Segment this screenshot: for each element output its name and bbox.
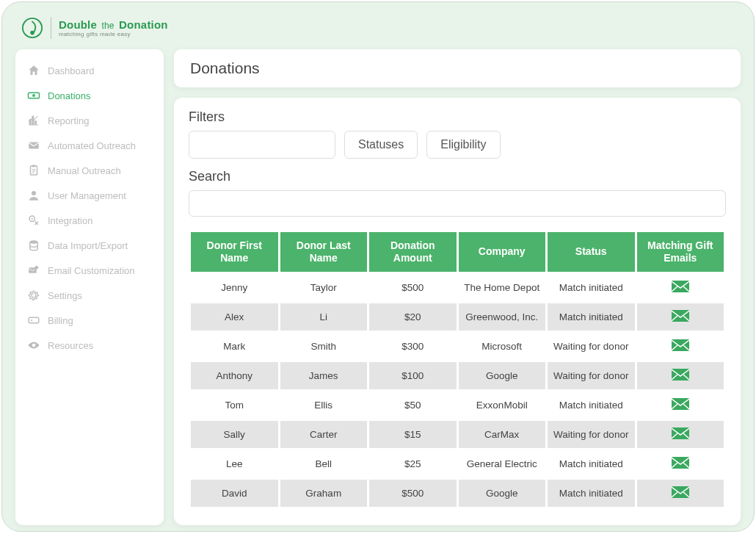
cell-company: Greenwood, Inc.: [459, 303, 546, 331]
envelope-icon: [27, 139, 40, 152]
svg-point-3: [32, 94, 35, 97]
svg-rect-20: [672, 457, 689, 469]
mail-icon[interactable]: [672, 457, 689, 469]
cell-status: Waiting for donor: [548, 362, 635, 389]
search-input[interactable]: [189, 190, 726, 217]
brand-logo-icon: [21, 17, 43, 39]
col-status: Status: [548, 232, 635, 272]
cell-amount: $100: [369, 362, 457, 389]
cell-first: Anthony: [191, 362, 278, 389]
cell-last: Bell: [280, 450, 368, 477]
mail-icon[interactable]: [672, 486, 689, 498]
col-last-name: Donor Last Name: [280, 232, 368, 272]
mail-icon[interactable]: [672, 310, 689, 322]
cell-status: Match initiated: [548, 274, 635, 301]
table-row: TomEllis$50ExxonMobilMatch initiated: [191, 392, 724, 419]
cell-status: Match initiated: [548, 480, 635, 507]
mail-icon[interactable]: [672, 281, 689, 292]
table-row: AnthonyJames$100GoogleWaiting for donor: [191, 362, 724, 389]
cell-amount: $25: [369, 450, 457, 477]
eligibility-button[interactable]: Eligibility: [426, 131, 500, 159]
sidebar-item-label: Dashboard: [48, 65, 95, 76]
sidebar-item-email-customization[interactable]: Email Customization: [21, 258, 158, 283]
cell-status: Match initiated: [548, 303, 635, 331]
svg-point-1: [30, 31, 34, 35]
sidebar-item-billing[interactable]: Billing: [21, 308, 158, 333]
sidebar: DashboardDonationsReportingAutomated Out…: [15, 49, 164, 525]
cell-last: Carter: [280, 421, 368, 448]
gear-link-icon: [27, 214, 40, 227]
chart-icon: [27, 114, 40, 127]
table-row: JennyTaylor$500The Home DepotMatch initi…: [191, 274, 724, 301]
sidebar-item-label: Reporting: [48, 115, 89, 126]
sidebar-item-automated-outreach[interactable]: Automated Outreach: [21, 133, 158, 158]
svg-point-7: [32, 191, 36, 195]
brand-header: Double the Donation matching gifts made …: [15, 17, 741, 39]
cell-amount: $500: [369, 480, 457, 507]
cell-status: Waiting for donor: [548, 421, 635, 448]
mail-icon[interactable]: [672, 427, 689, 439]
sidebar-item-label: Integration: [48, 215, 92, 226]
table-row: MarkSmith$300MicrosoftWaiting for donor: [191, 333, 724, 360]
cell-status: Waiting for donor: [548, 333, 635, 360]
sidebar-item-manual-outreach[interactable]: Manual Outreach: [21, 158, 158, 183]
cell-amount: $20: [369, 303, 457, 331]
cell-last: Smith: [280, 333, 368, 360]
cell-last: Graham: [280, 480, 368, 507]
main-content: Donations Filters Statuses Eligibility S…: [174, 49, 741, 525]
cell-last: Taylor: [280, 274, 368, 301]
svg-rect-4: [29, 142, 39, 149]
cell-emails: [637, 421, 724, 448]
sidebar-item-label: Automated Outreach: [48, 140, 136, 151]
svg-rect-5: [31, 166, 37, 175]
cell-first: Sally: [191, 421, 278, 448]
sidebar-item-user-management[interactable]: User Management: [21, 183, 158, 208]
sidebar-item-reporting[interactable]: Reporting: [21, 108, 158, 133]
donations-panel: Filters Statuses Eligibility Search Dono…: [174, 98, 741, 525]
sidebar-item-integration[interactable]: Integration: [21, 208, 158, 233]
brand-separator: [51, 17, 51, 39]
mail-icon[interactable]: [672, 369, 689, 380]
sidebar-item-data-import-export[interactable]: Data Import/Export: [21, 233, 158, 258]
sidebar-item-label: Resources: [48, 340, 93, 351]
cell-first: Jenny: [191, 274, 278, 301]
sidebar-item-label: Manual Outreach: [48, 165, 121, 176]
filters-heading: Filters: [189, 109, 726, 125]
filters-row: Statuses Eligibility: [189, 131, 726, 159]
statuses-button[interactable]: Statuses: [344, 131, 418, 159]
mail-edit-icon: [27, 264, 40, 277]
app-window: Double the Donation matching gifts made …: [1, 1, 755, 532]
cell-first: Tom: [191, 392, 278, 419]
svg-rect-18: [672, 398, 689, 410]
gear-icon: [27, 289, 40, 302]
sidebar-item-donations[interactable]: Donations: [21, 83, 158, 108]
svg-rect-17: [672, 369, 689, 380]
svg-rect-14: [672, 281, 689, 292]
cell-status: Match initiated: [548, 450, 635, 477]
sidebar-item-resources[interactable]: Resources: [21, 333, 158, 358]
cell-company: Google: [459, 480, 546, 507]
clipboard-icon: [27, 164, 40, 177]
col-first-name: Donor First Name: [191, 232, 278, 272]
donations-table: Donor First Name Donor Last Name Donatio…: [189, 230, 726, 509]
mail-icon[interactable]: [672, 398, 689, 410]
eye-icon: [27, 339, 40, 352]
money-icon: [27, 89, 40, 102]
cell-first: Alex: [191, 303, 278, 331]
cell-last: Ellis: [280, 392, 368, 419]
mail-icon[interactable]: [672, 339, 689, 351]
table-row: SallyCarter$15CarMaxWaiting for donor: [191, 421, 724, 448]
table-header-row: Donor First Name Donor Last Name Donatio…: [191, 232, 724, 272]
cell-company: General Electric: [459, 450, 546, 477]
cell-company: The Home Depot: [459, 274, 546, 301]
cell-emails: [637, 480, 724, 507]
sidebar-item-label: Settings: [48, 290, 82, 301]
filter-date-input[interactable]: [189, 131, 335, 159]
svg-rect-16: [672, 339, 689, 351]
svg-point-13: [31, 320, 32, 321]
cell-company: CarMax: [459, 421, 546, 448]
svg-point-10: [30, 240, 38, 244]
brand-name: Double the Donation matching gifts made …: [59, 18, 168, 37]
sidebar-item-settings[interactable]: Settings: [21, 283, 158, 308]
sidebar-item-dashboard[interactable]: Dashboard: [21, 58, 158, 83]
